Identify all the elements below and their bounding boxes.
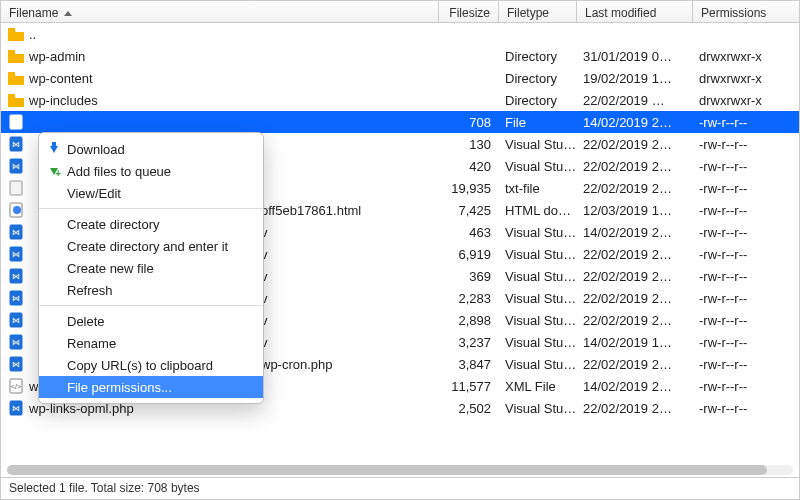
column-header-filesize[interactable]: Filesize [439, 1, 499, 22]
cell-value: -rw-r--r-- [699, 225, 747, 240]
cell-value: 19/02/2019 1… [583, 71, 672, 86]
cell-value: 420 [469, 159, 491, 174]
cell-value: Visual Stu… [505, 269, 576, 284]
svg-text:⋈: ⋈ [12, 338, 20, 347]
cell-value: 7,425 [458, 203, 491, 218]
cell-perm: -rw-r--r-- [693, 357, 789, 372]
menu-item-rename[interactable]: Rename [39, 332, 263, 354]
table-row[interactable]: .. [1, 23, 799, 45]
cell-mod: 22/02/2019 2… [577, 291, 693, 306]
file-icon: ⋈ [7, 268, 25, 284]
column-header-filename[interactable]: Filename [1, 1, 439, 22]
table-row[interactable]: wp-contentDirectory19/02/2019 1…drwxrwxr… [1, 67, 799, 89]
cell-size: 6,919 [439, 247, 499, 262]
cell-mod: 22/02/2019 2… [577, 159, 693, 174]
cell-perm: -rw-r--r-- [693, 115, 789, 130]
cell-value: 3,237 [458, 335, 491, 350]
cell-value: 14/02/2019 2… [583, 115, 672, 130]
menu-item-file-permissions[interactable]: File permissions... [39, 376, 263, 398]
cell-perm: -rw-r--r-- [693, 291, 789, 306]
menu-item-create-new-file[interactable]: Create new file [39, 257, 263, 279]
menu-item-view-edit[interactable]: View/Edit [39, 182, 263, 204]
cell-type: txt-file [499, 181, 577, 196]
cell-value: -rw-r--r-- [699, 269, 747, 284]
scrollbar-thumb[interactable] [7, 465, 767, 475]
cell-value: 2,283 [458, 291, 491, 306]
cell-value: 463 [469, 225, 491, 240]
cell-perm: -rw-r--r-- [693, 225, 789, 240]
cell-value: 2,898 [458, 313, 491, 328]
cell-mod: 14/02/2019 2… [577, 115, 693, 130]
column-header-label: Filetype [507, 6, 549, 20]
cell-size: 3,847 [439, 357, 499, 372]
filename-text: wp-content [29, 71, 93, 86]
cell-value: 12/03/2019 1… [583, 203, 672, 218]
cell-type: XML File [499, 379, 577, 394]
cell-value: 22/02/2019 2… [583, 247, 672, 262]
cell-mod: 14/02/2019 2… [577, 379, 693, 394]
cell-value: 11,577 [451, 379, 491, 394]
cell-perm: -rw-r--r-- [693, 247, 789, 262]
cell-value: 369 [469, 269, 491, 284]
cell-size: 369 [439, 269, 499, 284]
menu-item-refresh[interactable]: Refresh [39, 279, 263, 301]
column-headers: Filename Filesize Filetype Last modified… [1, 1, 799, 23]
svg-text:⋈: ⋈ [12, 250, 20, 259]
cell-value: drwxrwxr-x [699, 49, 762, 64]
file-icon: ⋈ [7, 290, 25, 306]
column-header-lastmodified[interactable]: Last modified [577, 1, 693, 22]
cell-type: Visual Stu… [499, 159, 577, 174]
menu-separator [39, 208, 263, 209]
cell-value: Directory [505, 49, 557, 64]
file-icon: </> [7, 378, 25, 394]
folder-icon [7, 26, 25, 42]
sort-ascending-icon [64, 11, 72, 16]
cell-type: Directory [499, 49, 577, 64]
menu-item-label: Create directory and enter it [67, 239, 228, 254]
file-icon [7, 202, 25, 218]
file-icon [7, 114, 25, 130]
cell-value: 14/02/2019 1… [583, 335, 672, 350]
cell-value: 19,935 [451, 181, 491, 196]
svg-text:⋈: ⋈ [12, 360, 20, 369]
menu-item-copy-url-s-to-clipboard[interactable]: Copy URL(s) to clipboard [39, 354, 263, 376]
cell-mod: 12/03/2019 1… [577, 203, 693, 218]
horizontal-scrollbar[interactable] [7, 465, 793, 475]
svg-text:</>: </> [11, 383, 21, 390]
file-icon: ⋈ [7, 356, 25, 372]
table-row[interactable]: wp-includesDirectory22/02/2019 …drwxrwxr… [1, 89, 799, 111]
cell-value: 130 [469, 137, 491, 152]
cell-value: 22/02/2019 2… [583, 181, 672, 196]
cell-size: 11,577 [439, 379, 499, 394]
cell-value: 22/02/2019 2… [583, 269, 672, 284]
file-icon: ⋈ [7, 334, 25, 350]
cell-filename: .. [1, 26, 439, 42]
svg-marker-6 [8, 96, 24, 107]
cell-value: Visual Stu… [505, 401, 576, 416]
table-row[interactable]: wp-adminDirectory31/01/2019 0…drwxrwxr-x [1, 45, 799, 67]
cell-value: -rw-r--r-- [699, 247, 747, 262]
column-header-permissions[interactable]: Permissions [693, 1, 789, 22]
file-icon: ⋈ [7, 312, 25, 328]
cell-mod: 22/02/2019 2… [577, 269, 693, 284]
column-header-filetype[interactable]: Filetype [499, 1, 577, 22]
cell-value: 2,502 [458, 401, 491, 416]
svg-rect-13 [10, 181, 22, 195]
cell-perm: drwxrwxr-x [693, 49, 789, 64]
filename-text: wp-includes [29, 93, 98, 108]
table-row[interactable]: 708File14/02/2019 2…-rw-r--r-- [1, 111, 799, 133]
menu-item-download[interactable]: Download [39, 138, 263, 160]
file-icon: ⋈ [7, 246, 25, 262]
menu-item-delete[interactable]: Delete [39, 310, 263, 332]
menu-item-label: View/Edit [67, 186, 121, 201]
menu-item-label: Create directory [67, 217, 159, 232]
menu-item-add-files-to-queue[interactable]: Add files to queue [39, 160, 263, 182]
menu-item-label: Delete [67, 314, 105, 329]
cell-value: 22/02/2019 2… [583, 291, 672, 306]
menu-item-create-directory[interactable]: Create directory [39, 213, 263, 235]
menu-item-create-directory-and-enter-it[interactable]: Create directory and enter it [39, 235, 263, 257]
cell-value: 22/02/2019 2… [583, 357, 672, 372]
cell-type: Visual Stu… [499, 269, 577, 284]
cell-perm: -rw-r--r-- [693, 313, 789, 328]
cell-type: Directory [499, 71, 577, 86]
